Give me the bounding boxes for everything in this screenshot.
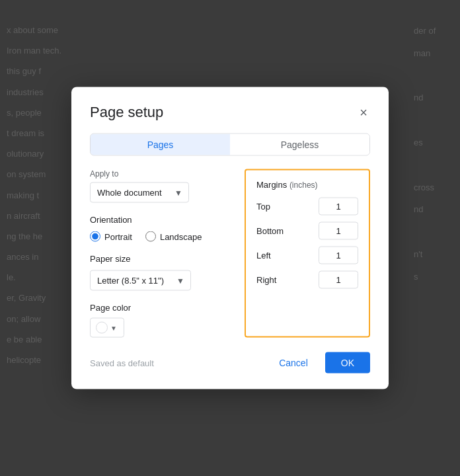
page-color-field: Page color ▼ — [90, 303, 231, 338]
color-arrow-icon: ▼ — [110, 324, 117, 331]
margin-row-top: Top — [256, 198, 358, 216]
close-button[interactable]: × — [357, 103, 370, 122]
portrait-label: Portrait — [104, 231, 132, 241]
margin-left-label: Left — [256, 251, 289, 260]
tab-bar: Pages Pageless — [90, 134, 370, 156]
left-section: Apply to Whole document Selected content… — [90, 169, 231, 338]
page-setup-dialog: Page setup × Pages Pageless Apply to Who… — [71, 87, 389, 389]
color-swatch — [96, 322, 108, 334]
apply-to-label: Apply to — [90, 169, 231, 178]
dialog-header: Page setup × — [90, 103, 370, 122]
margins-title: Margins (inches) — [256, 180, 358, 190]
paper-size-select[interactable]: Letter (8.5" x 11") A4 (8.27" x 11.69") … — [90, 270, 191, 291]
orientation-options: Portrait Landscape — [90, 231, 231, 242]
apply-to-select[interactable]: Whole document Selected content — [90, 182, 189, 203]
apply-to-wrapper: Whole document Selected content ▼ — [90, 182, 189, 203]
orientation-field: Orientation Portrait Landscape — [90, 215, 231, 242]
paper-size-field: Paper size Letter (8.5" x 11") A4 (8.27"… — [90, 254, 231, 303]
dialog-footer: Saved as default Cancel OK — [90, 352, 370, 374]
dialog-body: Apply to Whole document Selected content… — [90, 169, 370, 338]
margins-label: Margins — [256, 180, 287, 190]
tab-pages[interactable]: Pages — [91, 134, 230, 155]
margin-right-input[interactable] — [319, 271, 358, 289]
cancel-button[interactable]: Cancel — [268, 352, 319, 374]
color-picker-button[interactable]: ▼ — [90, 318, 124, 338]
saved-as-default-label: Saved as default — [90, 358, 262, 368]
margin-top-label: Top — [256, 202, 289, 212]
margin-left-input[interactable] — [319, 247, 358, 264]
orientation-label: Orientation — [90, 215, 231, 225]
margins-unit: (inches) — [289, 180, 318, 190]
apply-to-field: Apply to Whole document Selected content… — [90, 169, 231, 215]
ok-button[interactable]: OK — [325, 352, 370, 374]
portrait-radio[interactable] — [90, 231, 100, 242]
landscape-option[interactable]: Landscape — [145, 231, 202, 242]
margin-row-left: Left — [256, 247, 358, 264]
landscape-radio[interactable] — [145, 231, 156, 242]
margin-bottom-input[interactable] — [319, 222, 358, 240]
margin-row-right: Right — [256, 271, 358, 289]
dialog-title: Page setup — [90, 104, 163, 121]
portrait-option[interactable]: Portrait — [90, 231, 132, 242]
paper-size-wrapper: Letter (8.5" x 11") A4 (8.27" x 11.69") … — [90, 270, 191, 291]
margin-top-input[interactable] — [319, 198, 358, 216]
paper-size-label: Paper size — [90, 254, 231, 264]
tab-pageless[interactable]: Pageless — [230, 134, 369, 155]
landscape-label: Landscape — [160, 231, 202, 241]
margin-right-label: Right — [256, 275, 289, 285]
margin-row-bottom: Bottom — [256, 222, 358, 240]
page-color-label: Page color — [90, 303, 231, 313]
margin-bottom-label: Bottom — [256, 226, 289, 236]
margins-section: Margins (inches) Top Bottom Left Right — [245, 169, 370, 338]
